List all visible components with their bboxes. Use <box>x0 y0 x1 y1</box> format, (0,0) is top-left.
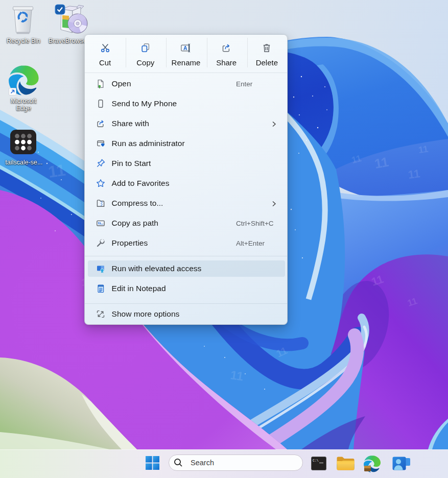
svg-text:A: A <box>183 45 187 51</box>
svg-text:11: 11 <box>47 161 67 181</box>
svg-text:C:\: C:\ <box>313 459 319 463</box>
svg-text:11: 11 <box>229 368 244 383</box>
svg-text:11: 11 <box>407 167 421 181</box>
svg-text:11: 11 <box>418 144 429 155</box>
svg-text:11: 11 <box>373 154 390 172</box>
